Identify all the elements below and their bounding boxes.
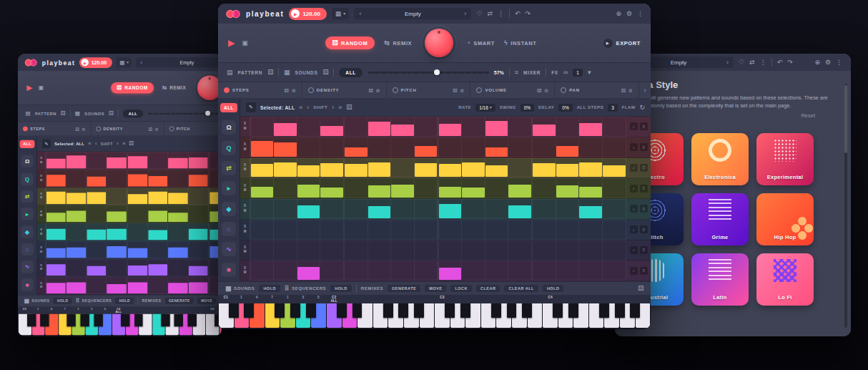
step-cell[interactable]	[439, 138, 462, 157]
step-cell[interactable]	[148, 278, 167, 293]
track-4-arrow-icon[interactable]: ▸	[222, 181, 236, 195]
shift-left-icon[interactable]: ‹	[95, 141, 97, 147]
step-cell[interactable]	[556, 241, 579, 260]
shuffle-icon[interactable]: ⇄	[749, 59, 755, 66]
remix-button[interactable]: ⇆REMIX	[162, 85, 187, 91]
black-key[interactable]	[445, 303, 455, 318]
mute-button[interactable]: M	[244, 271, 247, 275]
param-lock-icon[interactable]: ⊘	[628, 88, 633, 93]
remix-hold-button[interactable]: HOLD	[543, 285, 564, 292]
reset-link[interactable]: Reset	[626, 112, 839, 119]
random-button[interactable]: ⚄RANDOM	[325, 36, 375, 49]
step-cell[interactable]	[274, 200, 297, 218]
step-cell[interactable]	[485, 261, 508, 280]
remix-generate-button[interactable]: GENERATE	[388, 285, 420, 292]
black-key[interactable]	[188, 314, 197, 326]
step-cell[interactable]	[415, 138, 438, 157]
step-cell[interactable]	[46, 188, 65, 204]
step-cell[interactable]	[485, 159, 508, 177]
record-button[interactable]: ▣	[39, 85, 44, 91]
step-cell[interactable]	[345, 117, 368, 136]
pattern-length-value[interactable]: 1	[573, 69, 583, 77]
step-cell[interactable]	[297, 241, 320, 260]
mute-button[interactable]: M	[244, 127, 247, 131]
track-6-pentagon-icon[interactable]: ⌂	[222, 222, 236, 236]
step-cell[interactable]	[485, 241, 508, 260]
step-cell[interactable]	[579, 200, 602, 218]
solo-button[interactable]: S	[40, 175, 42, 177]
step-cell[interactable]	[188, 170, 207, 186]
shift-end-icon[interactable]: »	[338, 104, 342, 111]
step-cell[interactable]	[148, 188, 167, 204]
track-8-star-icon[interactable]: ∗	[21, 278, 33, 291]
step-cell[interactable]	[46, 242, 65, 258]
complexity-slider[interactable]	[368, 72, 489, 74]
param-dice-icon[interactable]: ⚄	[285, 88, 289, 93]
black-key[interactable]	[383, 303, 393, 318]
step-cell[interactable]	[274, 159, 297, 177]
solo-button[interactable]: S	[40, 246, 42, 249]
step-cell[interactable]	[87, 152, 106, 168]
solo-button[interactable]: S	[40, 210, 42, 213]
param-pitch[interactable]: PITCH⚄⊘	[387, 82, 471, 98]
step-cell[interactable]	[391, 241, 414, 260]
solo-button[interactable]: S	[244, 143, 246, 147]
step-cell[interactable]	[128, 224, 147, 240]
step-cell[interactable]	[533, 241, 556, 260]
link-icon[interactable]: ⊕	[616, 11, 621, 17]
step-cell[interactable]	[46, 170, 65, 186]
favorite-icon[interactable]: ♡	[476, 11, 482, 17]
black-key[interactable]	[460, 303, 470, 318]
params-scroll-icon[interactable]: ›	[639, 82, 651, 98]
step-cell[interactable]	[603, 138, 626, 157]
step-cell[interactable]	[391, 179, 414, 198]
track-2-q-sample-icon[interactable]: Q	[21, 172, 33, 185]
step-cell[interactable]	[251, 179, 274, 198]
step-cell[interactable]	[107, 278, 126, 293]
all-tracks-button[interactable]: ALL	[123, 109, 143, 117]
step-cell[interactable]	[462, 159, 485, 177]
step-cell[interactable]	[391, 200, 414, 218]
black-key[interactable]	[491, 303, 501, 318]
step-cell[interactable]	[485, 179, 508, 198]
step-cell[interactable]	[274, 179, 297, 198]
track-5-diamond-icon[interactable]: ◆	[222, 202, 236, 216]
remix-generate-button[interactable]: GENERATE	[165, 298, 194, 304]
step-cell[interactable]	[439, 179, 462, 198]
step-cell[interactable]	[274, 220, 297, 239]
black-key[interactable]	[507, 303, 517, 318]
mute-button[interactable]: M	[244, 250, 247, 254]
preset-bar[interactable]: ‹Empty›	[136, 57, 222, 67]
step-cell[interactable]	[251, 200, 274, 218]
step-cell[interactable]	[107, 188, 126, 204]
style-tile-lo-fi[interactable]: Lo Fi	[756, 253, 814, 306]
step-cell[interactable]	[439, 117, 462, 136]
sounds-dice-icon[interactable]: ⚄	[109, 110, 114, 116]
step-cell[interactable]	[188, 278, 207, 293]
step-cell[interactable]	[556, 220, 579, 239]
step-cell[interactable]	[508, 200, 531, 218]
mute-button[interactable]: M	[244, 210, 247, 213]
step-cell[interactable]	[556, 179, 579, 198]
track-8-star-icon[interactable]: ∗	[222, 263, 236, 277]
mute-button[interactable]: M	[40, 161, 42, 164]
track-7-wave-icon[interactable]: ∿	[222, 242, 236, 256]
mute-button[interactable]: M	[40, 268, 42, 271]
step-cell[interactable]	[87, 206, 106, 222]
step-cell[interactable]	[87, 278, 106, 293]
param-steps[interactable]: STEPS⚄⊘	[18, 122, 91, 135]
step-cell[interactable]	[556, 261, 579, 280]
step-cell[interactable]	[148, 170, 167, 186]
step-cell[interactable]	[415, 179, 438, 198]
black-key[interactable]	[174, 314, 183, 326]
param-pan[interactable]: PAN⚄⊘	[555, 82, 639, 98]
param-dice-icon[interactable]: ⚄	[369, 88, 373, 93]
retrigger-icon[interactable]: ↻	[639, 104, 645, 111]
all-tracks-button[interactable]: ALL	[339, 68, 362, 77]
preset-next-icon[interactable]: ›	[464, 11, 466, 17]
step-cell[interactable]	[579, 261, 602, 280]
smart-toggle[interactable]: ◔SMART	[466, 40, 495, 47]
param-dice-icon[interactable]: ⚄	[537, 88, 541, 93]
step-cell[interactable]	[297, 138, 320, 157]
step-cell[interactable]	[148, 206, 167, 222]
